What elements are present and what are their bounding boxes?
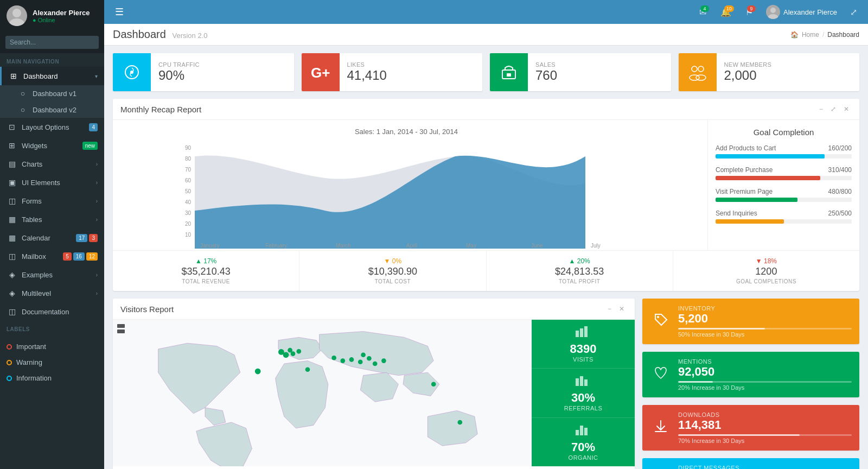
notifications-button[interactable]: 🔔 10 [716,4,736,21]
sidebar-item-ui-elements[interactable]: ▣ UI Elements › [0,173,104,192]
breadcrumb-bar: Dashboard Version 2.0 🏠 Home / Dashboard [104,24,868,46]
mentions-label: MENTIONS [678,358,852,365]
map-stat-visits: 8390 VISITS [532,320,635,369]
share-icon: ⤢ [850,8,857,17]
map-stat-referrals: 30% REFERRALS [532,369,635,417]
visits-label: VISITS [573,356,593,363]
docs-icon: ◫ [7,307,17,316]
svg-text:30: 30 [185,210,192,216]
sidebar-item-multilevel[interactable]: ◈ Multilevel › [0,284,104,302]
sidebar-item-documentation[interactable]: ◫ Documentation [0,302,104,321]
ui-icon: ▣ [7,178,17,187]
goals-label: GOAL COMPLETIONS [681,278,852,284]
page-version: Version 2.0 [172,31,207,40]
svg-text:February: February [265,243,287,249]
members-icon-box [679,53,717,91]
tasks-button[interactable]: ⚑ 9 [741,4,757,21]
stat-box-members: NEW MEMBERS 2,000 [679,53,860,91]
panel-close-button[interactable]: ✕ [841,104,852,114]
area-chart: 90 80 70 60 50 40 30 20 10 [120,140,692,249]
goal-item-1: Complete Purchase 310/400 [716,166,852,180]
nav-section-label: MAIN NAVIGATION [0,53,104,67]
side-stat-inventory: INVENTORY 5,200 50% Increase in 30 Days [642,299,859,344]
svg-point-55 [657,316,659,318]
downloads-note: 70% Increase in 30 Days [678,438,852,444]
sidebar-item-mailbox[interactable]: ◫ Mailbox 5 16 12 [0,247,104,265]
panel-minimize-button[interactable]: − [816,104,826,114]
calendar-badge-3: 3 [89,234,98,242]
svg-point-45 [457,420,462,425]
goal-title: Goal Completion [716,128,852,137]
search-input[interactable] [5,36,99,49]
svg-rect-51 [584,379,588,386]
svg-point-12 [696,75,706,80]
side-stat-downloads: DOWNLOADS 114,381 70% Increase in 30 Day… [642,405,859,451]
svg-point-5 [130,71,133,74]
goal-item-3: Send Inquiries 250/500 [716,210,852,224]
circle-icon: ○ [17,89,28,98]
map-body: 8390 VISITS 30% REFERRALS [113,320,635,466]
messages-label: DIRECT MESSAGES [678,465,852,469]
svg-point-0 [12,9,21,17]
dashboard-icon: ⊞ [8,72,19,80]
layout-icon: ⊡ [7,123,17,131]
cpu-icon-box [113,53,151,91]
svg-point-41 [373,362,378,366]
label-important[interactable]: Important [0,339,104,354]
share-button[interactable]: ⤢ [846,4,861,21]
svg-text:60: 60 [185,178,192,183]
sidebar-item-dashboard[interactable]: ⊞ Dashboard ▾ [0,67,104,85]
svg-text:March: March [336,243,351,249]
layout-badge: 4 [89,123,98,131]
mentions-value: 92,050 [678,365,852,379]
likes-label: LIKES [347,61,387,68]
sidebar-item-tables[interactable]: ▦ Tables › [0,210,104,229]
user-menu-button[interactable]: Alexander Pierce [763,5,840,19]
sidebar-toggle-button[interactable]: ☰ [111,4,128,20]
breadcrumb-home: 🏠 [790,31,799,39]
sidebar-item-dashboard-v1[interactable]: ○ Dashboard v1 [0,85,104,102]
sidebar-item-dashboard-v2[interactable]: ○ Dashboard v2 [0,102,104,118]
label-dot-red [7,344,12,350]
visitors-close-button[interactable]: ✕ [616,304,627,314]
sidebar-item-calendar[interactable]: ▦ Calendar 17 3 [0,229,104,247]
downloads-label: DOWNLOADS [678,411,852,418]
label-information[interactable]: Information [0,370,104,386]
mail-button[interactable]: ✉ 4 [695,4,711,21]
organic-value: 70% [571,440,595,454]
task-badge: 9 [747,5,756,12]
svg-text:80: 80 [185,156,192,162]
referrals-label: REFERRALS [564,405,603,411]
sidebar-item-forms[interactable]: ◫ Forms › [0,192,104,210]
charts-arrow-icon: › [96,161,98,167]
sidebar-item-examples[interactable]: ◈ Examples › [0,265,104,284]
revenue-amount: $35,210.43 [120,266,291,277]
sidebar-item-charts[interactable]: ▤ Charts › [0,155,104,173]
svg-point-43 [361,352,366,357]
svg-point-33 [296,349,301,354]
visitors-minimize-button[interactable]: − [605,304,614,314]
multilevel-icon: ◈ [7,289,17,297]
svg-point-36 [331,356,336,360]
sidebar-search-container [0,31,104,53]
label-warning[interactable]: Warning [0,354,104,370]
sales-icon-box [490,53,528,91]
svg-text:G+: G+ [311,65,330,81]
cpu-value: 90% [158,68,200,83]
svg-point-30 [283,352,289,358]
svg-rect-52 [576,430,579,435]
heart-icon [650,365,672,384]
svg-point-9 [692,66,697,72]
sidebar-item-widgets[interactable]: ⊞ Widgets new [0,136,104,155]
svg-point-39 [358,359,363,364]
panel-expand-button[interactable]: ⤢ [828,104,839,114]
label-dot-cyan [7,376,12,381]
ui-arrow-icon: › [96,180,98,186]
stat-box-cpu: CPU TRAFFIC 90% [113,53,294,91]
goal-item-2: Visit Premium Page 480/800 [716,188,852,202]
widgets-icon: ⊞ [7,141,17,150]
profit-label: TOTAL PROFIT [494,278,665,284]
svg-point-42 [381,358,386,363]
svg-point-1 [9,18,24,26]
sidebar-item-layout-options[interactable]: ⊡ Layout Options 4 [0,118,104,136]
